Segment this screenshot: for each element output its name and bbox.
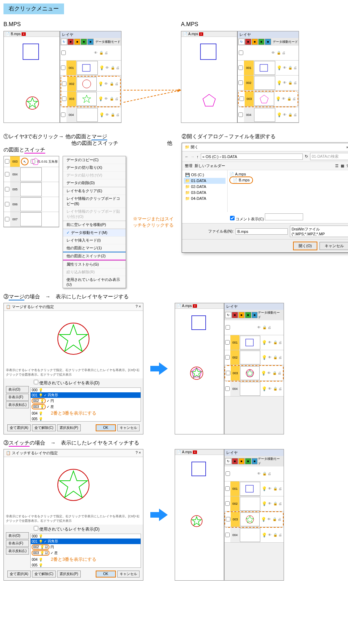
layer-checkbox[interactable] (61, 65, 65, 70)
svg-rect-7 (192, 316, 206, 330)
close-icon[interactable]: × (139, 304, 141, 308)
layer-checkbox[interactable] (62, 96, 66, 101)
layer-checkbox[interactable] (239, 96, 244, 101)
bulb-icon[interactable]: 💡 (276, 96, 281, 101)
menu-item[interactable]: ✓データ移動モード(M) (63, 229, 126, 237)
clear-button[interactable]: 全て解除(C) (32, 571, 56, 578)
menu-switch[interactable]: 他の図面とスイッチ(2) (63, 252, 126, 260)
layer-checkbox[interactable] (239, 50, 243, 55)
bulb-icon[interactable]: 💡 (99, 65, 104, 70)
search-input[interactable]: 01-DATAの検索 (310, 153, 348, 160)
label-b: B.MPS (3, 21, 174, 28)
layer-checkbox[interactable] (238, 112, 243, 117)
menu-item[interactable]: データの切り取り(X) (63, 164, 126, 172)
menu-item[interactable]: レイヤ挿入モード(I) (63, 237, 126, 244)
menu-merge[interactable]: 他の図面とマージ(1) (63, 244, 126, 252)
ok-button[interactable]: OK (96, 424, 116, 431)
arrow-icon (150, 362, 168, 376)
layer-checkbox[interactable] (61, 112, 65, 117)
bulb-icon[interactable]: 💡 (277, 65, 282, 70)
bulb-icon[interactable]: 💡 (98, 81, 103, 86)
bulb-icon[interactable]: 💡 (277, 112, 282, 117)
cancel-button[interactable]: キャンセル (117, 571, 140, 578)
path-input[interactable]: « OS (C:) › 01-DATA (201, 154, 303, 160)
layer-checkbox[interactable] (5, 159, 9, 164)
close-icon[interactable]: × (22, 32, 25, 36)
step-3m: ③マージの場合 → 表示にしたレイヤをマージする (3, 293, 348, 300)
svg-point-6 (58, 323, 89, 354)
nav-back-icon[interactable]: ← (185, 155, 189, 159)
arrow-icon (150, 508, 168, 522)
menu-item[interactable]: 属性リストから(G) (63, 261, 126, 268)
invert-button[interactable]: 表示反転(L) (6, 548, 29, 555)
bulb-icon[interactable]: 💡 (98, 96, 103, 101)
layer-toolbar[interactable]: ↻■■■■データ移動モード (60, 38, 121, 46)
menu-item[interactable]: データの削除(D) (63, 179, 126, 187)
cancel-button[interactable]: キャンセル (117, 424, 140, 431)
svg-rect-12 (192, 462, 206, 476)
svg-rect-4 (200, 44, 216, 60)
context-menu: データのコピー(C) データの切り取り(X) データの貼り付け(V) データの削… (63, 156, 126, 288)
cancel-button[interactable]: キャンセル (319, 242, 348, 250)
switch-dialog: 📋 スイッチするレイヤの指定? × 非表示にするレイヤ名をクリックで指定。右クリ… (3, 449, 143, 581)
open-dialog: 📁 開く× ←→↑« OS (C:) › 01-DATA↻01-DATAの検索 … (182, 143, 348, 253)
file-tab-b[interactable]: 📄B.mps× (4, 31, 60, 37)
menu-item[interactable]: レイヤ情報のクリップボードコピー(B) (63, 195, 126, 208)
svg-point-3 (82, 80, 91, 88)
selectall-button[interactable]: 全て選択(A) (7, 424, 31, 431)
help-icon[interactable]: ? (135, 304, 137, 308)
layer-checkbox[interactable] (61, 50, 66, 55)
used-checkbox[interactable] (34, 526, 38, 531)
folder-tree[interactable]: 💾 OS (C:) 📁 01-DATA 📁 02-DATA 📁 03-DATA … (182, 170, 228, 212)
selectall-button[interactable]: 全て選択(A) (7, 571, 31, 578)
layer-panel-header: レイヤ (60, 31, 121, 38)
file-list[interactable]: 📄 A.mps 📄 B.mps (228, 170, 348, 212)
open-button[interactable]: 開く(O) (293, 242, 317, 250)
menu-item[interactable]: 使用されているレイヤのみ表示(U) (63, 276, 126, 288)
filename-input[interactable]: B.mps (236, 228, 288, 235)
selinv-button[interactable]: 選択反転(P) (57, 571, 80, 578)
clear-button[interactable]: 全て解除(C) (32, 424, 56, 431)
layer-checkbox[interactable] (62, 81, 66, 86)
svg-rect-2 (82, 64, 90, 71)
page-banner: 右クリックメニュー (3, 3, 64, 14)
merge-dialog: 📋 マージするレイヤの指定? × 非表示にするレイヤ名をクリックで指定。右クリッ… (3, 303, 143, 434)
nav-up-icon[interactable]: ↑ (197, 155, 199, 159)
ok-button[interactable]: OK (96, 571, 116, 578)
menu-item[interactable]: 前に空レイヤを移動(P) (63, 221, 126, 229)
file-tab-a[interactable]: 📄A.mps× (181, 31, 237, 37)
hide-button[interactable]: 非表示(F) (6, 540, 29, 547)
bulb-icon[interactable]: 💡 (277, 80, 282, 85)
newfolder-button[interactable]: 新しいフォルダー (195, 163, 225, 168)
bulb-icon[interactable]: 💡 (99, 112, 104, 117)
help-icon[interactable]: ? (135, 450, 137, 455)
svg-point-1 (26, 97, 39, 109)
layer-checkbox[interactable] (238, 65, 243, 70)
svg-rect-5 (260, 64, 268, 71)
step-2: ②開くダイアログ→ファイルを選択する (182, 133, 348, 140)
used-checkbox[interactable] (34, 380, 38, 384)
menu-item: 絞り込み解除(R) (63, 268, 126, 276)
layer-checkbox[interactable] (238, 80, 243, 85)
label-a: A.MPS (181, 21, 348, 28)
comment-checkbox[interactable] (230, 216, 235, 220)
menu-item[interactable]: レイヤ名をクリア(E) (63, 187, 126, 195)
organize-button[interactable]: 整理 (185, 163, 192, 168)
show-button[interactable]: 表示(O) (6, 532, 29, 539)
nav-fwd-icon[interactable]: → (191, 155, 195, 159)
layer-toolbar[interactable]: ↻■■■■データ移動モード (238, 38, 299, 46)
selinv-button[interactable]: 選択反転(P) (57, 424, 80, 431)
layer-panel-header: レイヤ (238, 31, 299, 38)
close-icon[interactable]: × (199, 32, 203, 36)
menu-item[interactable]: データのコピー(C) (63, 156, 126, 164)
svg-rect-9 (246, 339, 253, 346)
filter-select[interactable]: DraWinファイル(*.MPS;*.MPZ;*.MP (290, 226, 348, 237)
hide-button[interactable]: 非表示(F) (6, 394, 29, 401)
svg-rect-0 (23, 44, 39, 60)
invert-button[interactable]: 表示反転(L) (6, 401, 29, 408)
close-icon[interactable]: × (346, 145, 348, 149)
close-icon[interactable]: × (139, 450, 141, 455)
file-selected[interactable]: 📄 B.mps (229, 176, 253, 184)
svg-point-11 (58, 469, 89, 501)
show-button[interactable]: 表示(O) (6, 386, 29, 393)
